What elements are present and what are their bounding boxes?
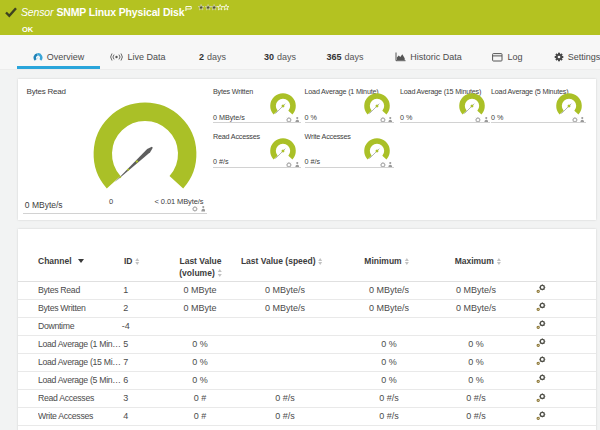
cell-last-volume: 0 % [192, 354, 208, 371]
channel-settings-icon[interactable] [536, 302, 546, 312]
small-gauge [363, 92, 391, 120]
tab-live-data[interactable]: Live Data [105, 46, 171, 68]
tab-settings[interactable]: Settings [551, 46, 600, 68]
gauge-icon [33, 52, 43, 62]
cell-minimum: 0 % [381, 372, 397, 389]
channel-settings-icon[interactable] [536, 356, 546, 366]
broadcast-icon [110, 52, 123, 62]
gauge-label: Bytes Written [213, 87, 253, 96]
channel-settings-icon[interactable] [536, 284, 546, 294]
tab-label-number: 30 [264, 52, 274, 62]
tab-label: Log [507, 52, 522, 62]
gauge-value: 0 MByte/s [25, 200, 63, 210]
cell-last-volume: 0 % [192, 336, 208, 353]
cell-id: 6 [123, 372, 128, 389]
sort-desc-icon [78, 259, 84, 263]
cell-maximum: 0 #/s [466, 390, 486, 407]
tab-2-days[interactable]: 2days [190, 46, 235, 68]
col-header-id[interactable]: ID [124, 256, 140, 268]
channel-settings-icon[interactable] [536, 374, 546, 384]
table-row[interactable]: Load Average (15 Minutes) 7 0 % 0 % 0 % [18, 354, 596, 372]
cell-id: 2 [123, 300, 128, 317]
cell-id: -4 [122, 318, 130, 335]
header-label: (volume) [179, 268, 214, 278]
tab-30-days[interactable]: 30days [252, 46, 308, 68]
gauges-panel: Bytes Read 0 MByte/s 0 < 0.01 MByte/s By… [18, 79, 596, 220]
tab-historic-data[interactable]: Historic Data [384, 46, 473, 68]
sort-icon [497, 258, 501, 265]
tab-label: Historic Data [410, 52, 462, 62]
cell-id: 1 [123, 282, 128, 299]
divider [305, 167, 395, 168]
gauge-cell: Write Accesses 0 #/s [300, 124, 395, 169]
channel-user-icon[interactable] [201, 206, 206, 212]
sort-icon [218, 269, 222, 276]
cell-last-volume: 0 % [192, 372, 208, 389]
sort-icon [136, 258, 140, 265]
table-row[interactable]: Downtime -4 [18, 318, 596, 336]
divider [213, 167, 301, 168]
cell-last-speed: 0 #/s [275, 390, 295, 407]
table-row[interactable]: Write Accesses 4 0 # 0 #/s 0 #/s 0 #/s [18, 408, 596, 426]
tab-strip: Overview Live Data 2days 30days 365days … [0, 35, 600, 70]
object-kind-label: Sensor [21, 6, 53, 18]
small-gauge [269, 92, 297, 120]
channel-quick-icons [192, 206, 205, 212]
status-badge: OK [22, 25, 33, 34]
cell-channel[interactable]: Read Accesses [38, 390, 124, 407]
channel-settings-icon[interactable] [536, 338, 546, 348]
cell-channel[interactable]: Load Average (15 Minutes) [38, 354, 124, 371]
tab-label: Overview [47, 52, 85, 62]
gauge-label: Read Accesses [213, 132, 260, 141]
cell-channel[interactable]: Bytes Read [38, 282, 124, 299]
cell-channel[interactable]: Downtime [38, 318, 124, 335]
status-ok-check-icon [5, 7, 17, 18]
cell-maximum: 0 % [468, 354, 484, 371]
divider [400, 122, 490, 123]
table-row[interactable]: Bytes Read 1 0 MByte 0 MByte/s 0 MByte/s… [18, 282, 596, 300]
col-header-last-value-volume[interactable]: Last Value(volume) [179, 256, 221, 279]
gauge-cell: Load Average (15 Minutes) 0 % [395, 79, 490, 124]
channel-table-panel: Channel ID Last Value(volume) Last Value… [18, 229, 596, 430]
sensor-title: SNMP Linux Physical Disk [56, 6, 184, 18]
primary-gauge-cell: Bytes Read 0 MByte/s 0 < 0.01 MByte/s [18, 79, 208, 220]
header-label: Maximum [455, 256, 494, 266]
col-header-channel[interactable]: Channel [38, 256, 84, 268]
cell-maximum: 0 MByte/s [456, 300, 496, 317]
cell-channel[interactable]: Bytes Written [38, 300, 124, 317]
header-label: Minimum [364, 256, 401, 266]
cell-maximum: 0 % [468, 336, 484, 353]
cell-maximum: 0 #/s [466, 408, 486, 425]
table-row[interactable]: Bytes Written 2 0 MByte 0 MByte/s 0 MByt… [18, 300, 596, 318]
col-header-last-value-speed[interactable]: Last Value (speed) [241, 256, 323, 268]
cell-maximum: 0 % [468, 372, 484, 389]
channel-settings-icon[interactable] [536, 320, 546, 330]
cell-channel[interactable]: Write Accesses [38, 408, 124, 425]
gauge-cell: Bytes Written 0 MByte/s [208, 79, 301, 124]
small-gauge [458, 92, 486, 120]
channel-settings-icon[interactable] [536, 393, 546, 403]
table-row[interactable]: Load Average (1 Minute) 5 0 % 0 % 0 % [18, 336, 596, 354]
table-row[interactable]: Read Accesses 3 0 # 0 #/s 0 #/s 0 #/s [18, 390, 596, 408]
col-header-maximum[interactable]: Maximum [455, 256, 501, 268]
channel-settings-icon[interactable] [536, 411, 546, 421]
cell-last-speed: 0 MByte/s [265, 282, 305, 299]
sort-icon [405, 258, 409, 265]
col-header-minimum[interactable]: Minimum [364, 256, 408, 268]
priority-flag-icon [185, 6, 192, 12]
priority-stars[interactable] [198, 4, 229, 11]
cell-minimum: 0 MByte/s [369, 282, 409, 299]
tab-label-unit: days [345, 52, 364, 62]
cell-channel[interactable]: Load Average (1 Minute) [38, 336, 124, 353]
cell-channel[interactable]: Load Average (5 Minutes) [38, 372, 124, 389]
tab-overview[interactable]: Overview [17, 46, 100, 68]
divider [491, 122, 586, 123]
channel-gear-icon[interactable] [192, 206, 198, 212]
header-label: ID [124, 256, 133, 266]
tab-label-number: 2 [199, 52, 204, 62]
tab-365-days[interactable]: 365days [316, 46, 374, 68]
gauge-value: 0 #/s [305, 157, 321, 167]
tab-log[interactable]: Log [483, 46, 532, 68]
cell-minimum: 0 #/s [379, 390, 399, 407]
table-row[interactable]: Load Average (5 Minutes) 6 0 % 0 % 0 % [18, 372, 596, 390]
